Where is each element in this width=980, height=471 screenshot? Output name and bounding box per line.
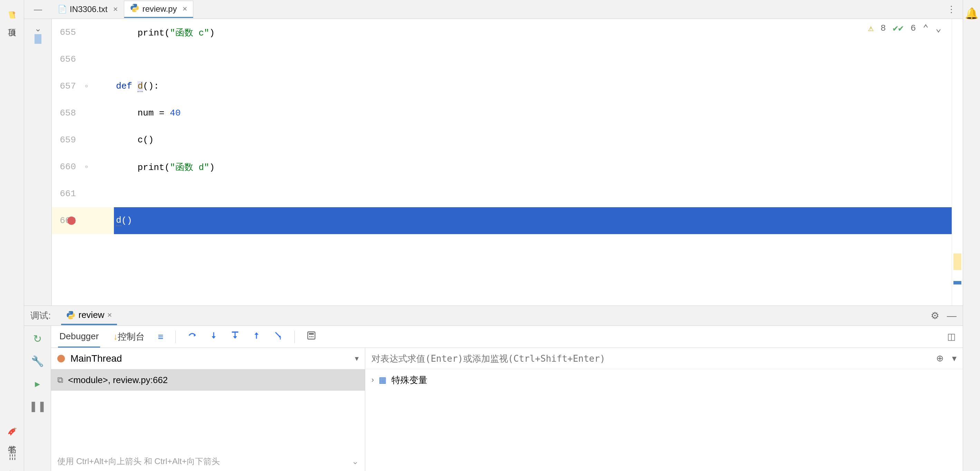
gutter[interactable] bbox=[83, 100, 114, 127]
console-tab[interactable]: ↓控制台 bbox=[112, 326, 146, 347]
variable-group-icon: ▦ bbox=[379, 375, 387, 385]
resume-icon[interactable]: ▸ bbox=[35, 377, 40, 390]
marker-warning[interactable] bbox=[953, 254, 961, 270]
chevron-right-icon[interactable]: › bbox=[371, 376, 374, 384]
code-line-658[interactable]: 658 num = 40 bbox=[52, 100, 952, 127]
thread-status-icon bbox=[57, 355, 65, 362]
add-watch-icon[interactable]: ⊕ bbox=[936, 353, 944, 364]
watch-input-row: ⊕ ▾ bbox=[365, 348, 963, 369]
notifications-icon[interactable]: 🔔 bbox=[965, 3, 978, 24]
threads-icon[interactable]: ≡ bbox=[158, 331, 163, 343]
gutter[interactable] bbox=[83, 207, 114, 234]
tab-label: IN3306.txt bbox=[70, 5, 107, 14]
debugger-tab[interactable]: Debugger bbox=[58, 326, 100, 347]
check-icon: ✔✔ bbox=[892, 23, 904, 34]
frames-hint: 使用 Ctrl+Alt+向上箭头 和 Ctrl+Alt+向下箭头 ⌄ bbox=[51, 452, 365, 471]
text-file-icon: 📄 bbox=[58, 5, 67, 14]
chevron-down-icon[interactable]: ⌄ bbox=[35, 24, 41, 33]
variables-special[interactable]: › ▦ 特殊变量 bbox=[365, 369, 963, 391]
code-line-659[interactable]: 659 c() bbox=[52, 127, 952, 154]
gutter[interactable]: ⊖ bbox=[83, 154, 114, 180]
bookmark-icon: 🔖 bbox=[7, 427, 17, 436]
code-line-661[interactable]: 661 bbox=[52, 180, 952, 207]
layout-settings-icon[interactable]: ◫ bbox=[947, 331, 956, 342]
gutter[interactable] bbox=[83, 19, 114, 46]
tab-in3306[interactable]: 📄 IN3306.txt ✕ bbox=[52, 1, 124, 18]
code-line-662[interactable]: 662d() bbox=[52, 207, 952, 234]
code-content[interactable]: print("函数 d") bbox=[114, 161, 952, 173]
left-tool-strip: 📁 项目 🔖 书签 ☷ 结构 bbox=[0, 0, 24, 471]
code-line-657[interactable]: 657⊖def d(): bbox=[52, 73, 952, 100]
tab-overflow-menu-icon[interactable]: ⋮ bbox=[947, 4, 956, 15]
code-line-655[interactable]: 655 print("函数 c") bbox=[52, 19, 952, 46]
code-content[interactable]: c() bbox=[114, 135, 952, 145]
editor-tab-bar: — 📄 IN3306.txt ✕ review.py ✕ ⋮ bbox=[24, 0, 963, 19]
code-content[interactable]: def d(): bbox=[114, 81, 952, 91]
gutter[interactable] bbox=[83, 46, 114, 73]
python-file-icon bbox=[66, 310, 76, 320]
bookmarks-tool-window-tab[interactable]: 🔖 书签 bbox=[5, 420, 20, 446]
project-tool-window-tab[interactable]: 📁 项目 bbox=[5, 3, 20, 29]
gutter[interactable] bbox=[83, 180, 114, 207]
thread-selector[interactable]: MainThread ▾ bbox=[51, 348, 365, 369]
python-file-icon bbox=[130, 3, 140, 15]
svg-point-1 bbox=[136, 11, 136, 11]
project-collapsed-strip: ⌄ bbox=[24, 19, 52, 306]
code-content[interactable]: print("函数 c") bbox=[114, 27, 952, 39]
code-line-656[interactable]: 656 bbox=[52, 46, 952, 73]
gutter[interactable] bbox=[83, 127, 114, 154]
warning-count: 8 bbox=[881, 23, 886, 33]
tab-review-py[interactable]: review.py ✕ bbox=[124, 1, 193, 18]
pause-icon[interactable]: ❚❚ bbox=[29, 400, 46, 412]
line-number: 656 bbox=[52, 54, 83, 65]
inspection-widget[interactable]: ⚠ 8 ✔✔ 6 ⌃ ⌄ bbox=[868, 22, 941, 34]
step-out-icon[interactable] bbox=[251, 331, 261, 343]
svg-point-6 bbox=[311, 336, 312, 338]
step-into-icon[interactable] bbox=[209, 331, 218, 343]
gutter[interactable]: ⊖ bbox=[83, 73, 114, 100]
minimize-icon[interactable]: — bbox=[947, 310, 956, 321]
folder-icon: 📁 bbox=[7, 11, 17, 20]
editor-marker-bar[interactable] bbox=[952, 19, 963, 306]
dropdown-icon[interactable]: ⌄ bbox=[352, 457, 359, 466]
code-editor[interactable]: ⚠ 8 ✔✔ 6 ⌃ ⌄ 655 print("函数 c")656657⊖def… bbox=[52, 19, 952, 306]
debug-run-toolbar: ↻ 🔧 ▸ ❚❚ bbox=[24, 326, 51, 471]
code-line-660[interactable]: 660⊖ print("函数 d") bbox=[52, 154, 952, 180]
fold-icon[interactable]: ⊖ bbox=[85, 164, 91, 170]
line-number: 659 bbox=[52, 135, 83, 145]
line-number: 661 bbox=[52, 189, 83, 199]
watch-dropdown-icon[interactable]: ▾ bbox=[952, 353, 956, 364]
next-highlight-icon[interactable]: ⌄ bbox=[935, 22, 941, 34]
debug-tool-window: 调试: review ✕ ⚙ — ↻ 🔧 ▸ ❚❚ bbox=[24, 306, 963, 471]
code-content[interactable]: d() bbox=[114, 207, 952, 234]
debug-step-toolbar: Debugger ↓控制台 ≡ bbox=[51, 326, 963, 348]
breakpoint-icon[interactable] bbox=[67, 217, 76, 225]
line-number: 655 bbox=[52, 27, 83, 38]
close-icon[interactable]: ✕ bbox=[113, 6, 118, 13]
rerun-icon[interactable]: ↻ bbox=[33, 333, 42, 345]
collapse-project-button[interactable]: — bbox=[31, 2, 45, 16]
debug-config-tab[interactable]: review ✕ bbox=[61, 306, 117, 325]
frame-icon: ⧉ bbox=[57, 375, 63, 385]
gear-icon[interactable]: ⚙ bbox=[931, 310, 939, 321]
variables-panel: ⊕ ▾ › ▦ 特殊变量 bbox=[365, 348, 963, 471]
run-to-cursor-icon[interactable] bbox=[273, 331, 283, 343]
close-icon[interactable]: ✕ bbox=[182, 5, 188, 13]
code-content[interactable]: num = 40 bbox=[114, 108, 952, 118]
fold-icon[interactable]: ⊖ bbox=[85, 83, 91, 89]
stack-frame[interactable]: ⧉ <module>, review.py:662 bbox=[51, 369, 365, 391]
evaluate-input[interactable] bbox=[371, 354, 936, 364]
step-over-icon[interactable] bbox=[188, 331, 197, 343]
structure-tool-window-tab[interactable]: ☷ 结构 bbox=[5, 446, 20, 471]
marker-current-line[interactable] bbox=[953, 281, 961, 284]
wrench-icon[interactable]: 🔧 bbox=[31, 355, 44, 367]
dropdown-icon[interactable]: ▾ bbox=[355, 354, 359, 363]
line-number: 658 bbox=[52, 108, 83, 118]
close-icon[interactable]: ✕ bbox=[107, 311, 112, 319]
step-into-my-code-icon[interactable] bbox=[230, 331, 240, 343]
evaluate-expression-icon[interactable] bbox=[307, 331, 316, 343]
tab-label: review.py bbox=[142, 4, 177, 14]
prev-highlight-icon[interactable]: ⌃ bbox=[923, 22, 929, 34]
debug-config-name: review bbox=[78, 310, 104, 320]
structure-icon: ☷ bbox=[8, 453, 16, 462]
